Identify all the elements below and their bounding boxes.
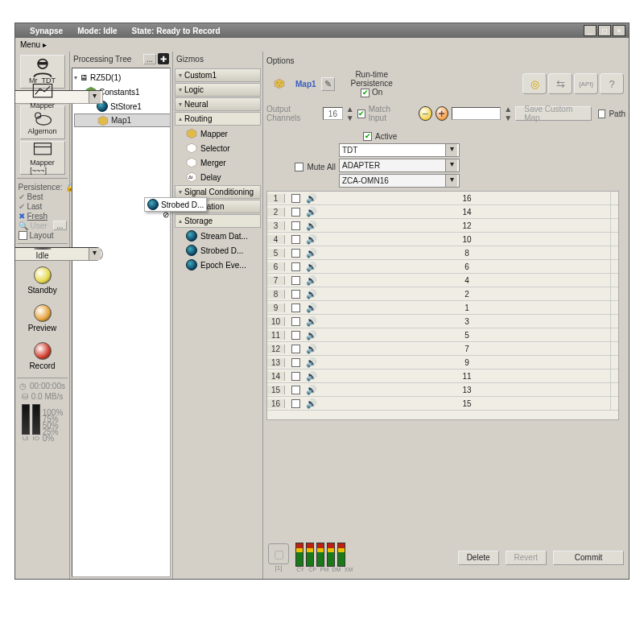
tree-root[interactable]: ▾🖥 RZ5D(1): [74, 70, 168, 85]
giz-cat-routing[interactable]: ▴Routing: [175, 112, 261, 126]
channel-index[interactable]: 1: [267, 194, 285, 203]
save-custom-map-button[interactable]: Save Custom Map: [515, 106, 591, 121]
speaker-icon[interactable]: 🔊: [306, 344, 324, 354]
channel-index[interactable]: 13: [267, 358, 285, 367]
persist-more-button[interactable]: ...: [53, 221, 66, 230]
state-idle[interactable]: Idle: [15, 247, 103, 261]
revert-button[interactable]: Revert: [506, 551, 547, 565]
more-button[interactable]: ...: [143, 54, 156, 64]
giz-cat-storage[interactable]: ▴Storage: [175, 214, 261, 228]
tree-map1[interactable]: Map1: [74, 114, 171, 127]
channel-mute-check[interactable]: [291, 235, 300, 244]
persist-last[interactable]: ✔Last: [19, 201, 67, 211]
channel-index[interactable]: 4: [267, 235, 285, 244]
api-icon[interactable]: {API}: [574, 73, 598, 94]
match-input-check[interactable]: ✔: [357, 109, 365, 118]
giz-delay[interactable]: ΔtDelay: [175, 170, 261, 184]
rail-mapper[interactable]: Mapper: [15, 90, 103, 104]
speaker-icon[interactable]: 🔊: [306, 262, 324, 272]
channel-mute-check[interactable]: [291, 262, 300, 271]
channel-index[interactable]: 9: [267, 303, 285, 312]
active-check[interactable]: ✔: [363, 132, 372, 141]
giz-selector[interactable]: Selector: [175, 141, 261, 155]
giz-epoch[interactable]: Epoch Eve...: [175, 258, 261, 272]
persist-user[interactable]: 🔍User ...: [19, 221, 67, 230]
speaker-icon[interactable]: 🔊: [306, 357, 324, 368]
close-button[interactable]: ×: [613, 25, 625, 36]
channel-mute-check[interactable]: [291, 208, 300, 217]
state-preview[interactable]: Preview: [20, 300, 65, 336]
channel-index[interactable]: 3: [267, 221, 285, 230]
channel-mute-check[interactable]: [291, 345, 300, 353]
edit-icon[interactable]: ✎: [321, 77, 335, 91]
remove-button[interactable]: –: [419, 106, 431, 121]
channel-mute-check[interactable]: [291, 358, 300, 367]
channel-mute-check[interactable]: [291, 290, 300, 299]
speaker-icon[interactable]: 🔊: [306, 248, 324, 258]
channel-index[interactable]: 11: [267, 331, 285, 340]
channel-mute-check[interactable]: [291, 249, 300, 258]
rail-algernon[interactable]: Algernon: [20, 105, 65, 139]
channel-mute-check[interactable]: [291, 221, 300, 230]
giz-strobed[interactable]: Strobed D...: [175, 243, 261, 258]
channel-mute-check[interactable]: [291, 194, 300, 203]
maximize-button[interactable]: □: [598, 25, 611, 36]
drag-ghost-strobed[interactable]: Strobed D...: [144, 197, 207, 212]
vendor-select[interactable]: TDT: [339, 143, 460, 157]
map-name-field[interactable]: [452, 107, 502, 120]
runtime-on-check[interactable]: ✔: [361, 89, 369, 97]
connect-icon[interactable]: ⇆: [548, 73, 572, 94]
speaker-icon[interactable]: 🔊: [306, 316, 324, 327]
speaker-icon[interactable]: 🔊: [306, 234, 324, 245]
state-record[interactable]: Record: [20, 338, 65, 374]
channel-index[interactable]: 7: [267, 276, 285, 285]
channel-mute-check[interactable]: [291, 331, 300, 340]
model-select[interactable]: ZCA-OMN16: [339, 174, 460, 188]
minimize-button[interactable]: _: [584, 25, 597, 36]
channel-mute-check[interactable]: [291, 276, 300, 285]
channel-index[interactable]: 10: [267, 317, 285, 326]
speaker-icon[interactable]: 🔊: [306, 207, 324, 217]
giz-stream[interactable]: Stream Dat...: [175, 229, 261, 243]
channel-mute-check[interactable]: [291, 372, 300, 381]
giz-cat-neural[interactable]: ▾Neural: [175, 97, 261, 111]
channel-mute-check[interactable]: [291, 303, 300, 312]
giz-cat-custom[interactable]: ▾Custom1: [175, 68, 261, 82]
speaker-icon[interactable]: 🔊: [306, 303, 324, 313]
channel-index[interactable]: 12: [267, 345, 285, 353]
mute-all-check[interactable]: [295, 163, 303, 171]
speaker-icon[interactable]: 🔊: [306, 289, 324, 299]
channel-index[interactable]: 5: [267, 249, 285, 258]
channel-index[interactable]: 15: [267, 386, 285, 394]
help-icon[interactable]: ?: [600, 73, 624, 94]
rail-mapper-wave[interactable]: Mapper [~~~]: [20, 141, 65, 175]
speaker-icon[interactable]: 🔊: [306, 385, 324, 395]
persist-fresh[interactable]: ✖Fresh: [19, 211, 67, 221]
speaker-icon[interactable]: 🔊: [306, 371, 324, 382]
speaker-icon[interactable]: 🔊: [306, 398, 324, 409]
delete-button[interactable]: Delete: [458, 551, 499, 565]
path-check[interactable]: [598, 109, 606, 118]
channel-index[interactable]: 2: [267, 208, 285, 217]
tree-body[interactable]: ▾🖥 RZ5D(1) Constants1 StStore1 Map1: [72, 68, 171, 577]
add-button[interactable]: +: [436, 106, 448, 121]
channel-mute-check[interactable]: [291, 386, 300, 394]
giz-merger[interactable]: Merger: [175, 155, 261, 170]
cube-icon[interactable]: ◎: [522, 73, 547, 94]
persist-layout[interactable]: Layout: [19, 230, 67, 240]
state-standby[interactable]: Standby: [20, 262, 65, 299]
speaker-icon[interactable]: 🔊: [306, 275, 324, 286]
speaker-icon[interactable]: 🔊: [306, 330, 324, 341]
giz-mapper[interactable]: Mapper: [175, 126, 261, 141]
speaker-icon[interactable]: 🔊: [306, 221, 324, 231]
output-channels-field[interactable]: 16: [323, 107, 343, 120]
puzzle-icon[interactable]: ✚: [158, 53, 169, 64]
speaker-icon[interactable]: 🔊: [306, 193, 324, 204]
channel-index[interactable]: 14: [267, 372, 285, 381]
channel-mute-check[interactable]: [291, 317, 300, 326]
channel-index[interactable]: 8: [267, 290, 285, 299]
menu-dropdown[interactable]: Menu ▸: [20, 40, 47, 49]
giz-cat-logic[interactable]: ▾Logic: [175, 83, 261, 97]
channel-index[interactable]: 6: [267, 262, 285, 271]
commit-button[interactable]: Commit: [553, 551, 624, 565]
